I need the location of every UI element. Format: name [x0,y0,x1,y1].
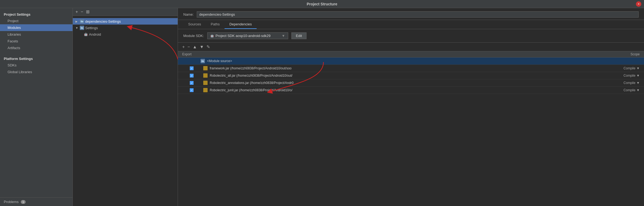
deps-item-scope: Compile ▼ [624,81,640,85]
sidebar-item-project[interactable]: Project [0,18,73,24]
scope-header: Scope [613,52,640,56]
deps-checkbox[interactable] [190,66,194,70]
deps-item-scope: Compile ▼ [624,88,640,92]
jar-icon [203,66,208,70]
right-panel: Name: Sources Paths Dependencies Module … [178,8,644,206]
deps-item-name: framework.jar (/home/zzh0838/Project/And… [210,66,621,70]
folder-icon [80,19,84,23]
jar-icon [203,88,208,92]
problems-label: Problems [4,200,19,204]
scope-arrow-icon[interactable]: ▼ [636,74,640,77]
project-settings-heading: Project Settings [0,11,73,18]
deps-item-name: Robolectric_all.jar (/home/zzh0838/Proje… [210,74,621,77]
tree-panel: + − ⊞ ▶ dependencies-Settings ▼ Settings [73,8,178,206]
tabs-row: Sources Paths Dependencies [178,20,644,29]
export-header: Export [182,52,198,56]
tab-sources[interactable]: Sources [183,20,206,29]
sidebar-item-facets[interactable]: Facets [0,38,73,45]
deps-row-robolectric-junit[interactable]: Robolectric_junit.jar (/home/zzh0838/Pro… [178,87,644,94]
tree-item-label: Android [89,32,101,36]
sidebar-item-artifacts[interactable]: Artifacts [0,45,73,51]
jar-icon [203,73,208,78]
deps-checkbox[interactable] [190,81,194,85]
deps-table: Export Scope <Module source> framework.j [178,51,644,206]
main-container: Project Settings Project Modules Librari… [0,8,644,206]
dropdown-arrow-icon: ▼ [282,34,285,38]
tree-item-label: dependencies-Settings [85,19,121,23]
deps-item-name: Robolectric_junit.jar (/home/zzh0838/Pro… [210,88,621,92]
deps-item-scope: Compile ▼ [624,74,640,77]
deps-row-module-source[interactable]: <Module source> [178,58,644,65]
module-source-icon [201,59,205,63]
tree-arrow-icon: ▼ [75,26,79,29]
deps-edit-button[interactable]: ✎ [206,44,210,49]
sidebar: Project Settings Project Modules Librari… [0,8,73,206]
tree-item-dependencies-settings[interactable]: ▶ dependencies-Settings [73,18,178,25]
deps-add-button[interactable]: + [182,45,185,49]
deps-header: Export Scope [178,51,644,58]
sidebar-content: Project Settings Project Modules Librari… [0,8,73,197]
tree-remove-button[interactable]: − [81,10,83,14]
deps-row-robolectric-all[interactable]: Robolectric_all.jar (/home/zzh0838/Proje… [178,72,644,79]
sidebar-item-global-libraries[interactable]: Global Libraries [0,69,73,75]
deps-toolbar: + − ▲ ▼ ✎ [178,43,644,51]
deps-item-name: Robolectric_annotations.jar (/home/zzh08… [210,81,621,85]
tab-paths[interactable]: Paths [206,20,225,29]
module-sdk-row: Module SDK: 🤖 Project SDK aosp10-android… [178,29,644,43]
deps-remove-button[interactable]: − [187,45,190,49]
title-bar: Project Structure × [0,0,644,8]
sidebar-item-libraries[interactable]: Libraries [0,31,73,38]
deps-row-robolectric-annotations[interactable]: Robolectric_annotations.jar (/home/zzh08… [178,79,644,87]
jar-icon [203,81,208,85]
tree-item-settings[interactable]: ▼ Settings [73,25,178,31]
name-row: Name: [178,8,644,20]
android-icon: 🤖 [84,32,88,36]
name-input[interactable] [197,11,639,18]
tree-arrow-icon: ▶ [75,20,79,23]
deps-move-up-button[interactable]: ▲ [193,45,197,49]
sdk-value: Project SDK aosp10-android-sdk29 [216,34,271,38]
android-sdk-icon: 🤖 [210,34,214,38]
folder-icon [80,26,84,30]
sidebar-item-sdks[interactable]: SDKs [0,62,73,69]
tab-dependencies[interactable]: Dependencies [225,20,257,29]
deps-move-down-button[interactable]: ▼ [200,45,204,49]
sidebar-item-modules[interactable]: Modules [0,24,73,31]
deps-row-framework-jar[interactable]: framework.jar (/home/zzh0838/Project/And… [178,65,644,72]
name-label: Name: [183,12,194,16]
edit-button[interactable]: Edit [291,32,306,39]
window-title: Project Structure [307,2,338,6]
tree-add-button[interactable]: + [75,10,78,14]
scope-arrow-icon[interactable]: ▼ [636,66,640,70]
deps-item-scope: Compile ▼ [624,66,640,70]
platform-settings-heading: Platform Settings [0,55,73,62]
deps-item-name: <Module source> [207,59,638,63]
scope-arrow-icon[interactable]: ▼ [636,81,640,85]
problems-badge: 1 [21,200,26,204]
tree-copy-button[interactable]: ⊞ [86,10,89,14]
tree-toolbar: + − ⊞ [73,8,178,16]
tree-item-android[interactable]: 🤖 Android [73,31,178,38]
tree-content: ▶ dependencies-Settings ▼ Settings 🤖 And… [73,16,178,206]
tree-item-label: Settings [85,26,98,30]
problems-section[interactable]: Problems 1 [0,197,73,206]
close-button[interactable]: × [636,1,641,7]
module-sdk-label: Module SDK: [183,34,204,38]
sdk-dropdown[interactable]: 🤖 Project SDK aosp10-android-sdk29 ▼ [207,32,288,39]
scope-arrow-icon[interactable]: ▼ [636,88,640,92]
deps-checkbox[interactable] [190,88,194,92]
deps-checkbox[interactable] [190,74,194,77]
